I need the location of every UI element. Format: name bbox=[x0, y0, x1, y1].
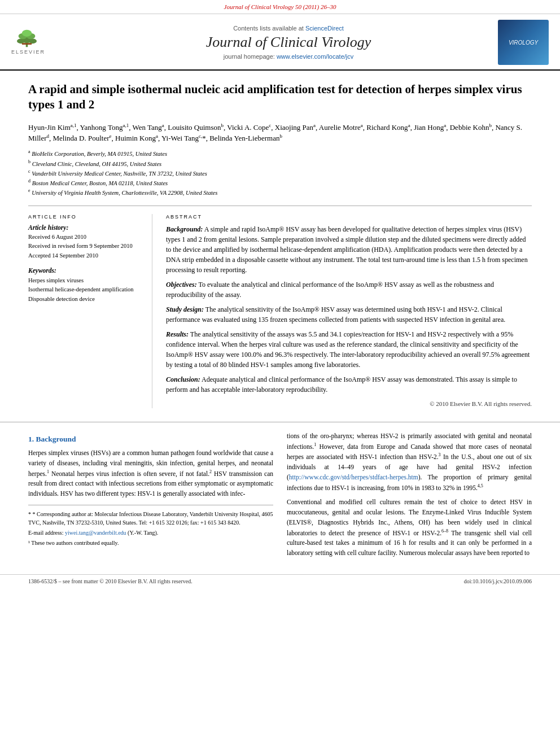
journal-ref-text: Journal of Clinical Virology 50 (2011) 2… bbox=[224, 3, 336, 10]
abstract-column: ABSTRACT Background: A simple and rapid … bbox=[166, 214, 532, 409]
abstract-background: Background: A simple and rapid IsoAmp® H… bbox=[166, 224, 532, 275]
conclusion-text: Adequate analytical and clinical perform… bbox=[166, 375, 517, 394]
conclusion-label: Conclusion: bbox=[166, 375, 200, 383]
keyword-1: Herpes simplex viruses bbox=[28, 276, 143, 286]
body-left: 1. Background Herpes simplex viruses (HS… bbox=[28, 431, 273, 563]
abstract-objectives: Objectives: To evaluate the analytical a… bbox=[166, 279, 532, 300]
paper-title: A rapid and simple isothermal nucleic ac… bbox=[28, 82, 532, 113]
affiliation-e: e University of Virginia Health System, … bbox=[28, 187, 532, 197]
equal-contribution-note: ¹ These two authors contributed equally. bbox=[28, 539, 273, 547]
section1-para3-right: Conventional and modified cell cultures … bbox=[287, 497, 532, 558]
copyright-line: © 2010 Elsevier B.V. All rights reserved… bbox=[166, 399, 532, 409]
homepage-link[interactable]: www.elsevier.com/locate/jcv bbox=[277, 53, 353, 60]
article-info-abstract: ARTICLE INFO Article history: Received 6… bbox=[28, 214, 532, 409]
affiliations: a BioHelix Corporation, Beverly, MA 0191… bbox=[28, 148, 532, 197]
abstract-section: Background: A simple and rapid IsoAmp® H… bbox=[166, 224, 532, 409]
section1-para1: Herpes simplex viruses (HSVs) are a comm… bbox=[28, 448, 273, 499]
svg-point-2 bbox=[17, 38, 25, 43]
journal-reference-bar: Journal of Clinical Virology 50 (2011) 2… bbox=[0, 0, 560, 14]
authors-line: Hyun-Jin Kima,1, Yanhong Tonga,1, Wen Ta… bbox=[28, 122, 532, 145]
virology-badge: VIROLOGY bbox=[498, 20, 549, 65]
keywords-title: Keywords: bbox=[28, 267, 143, 274]
email-note: E-mail address: yiwei.tang@vanderbilt.ed… bbox=[28, 528, 273, 537]
publisher-logo: ELSEVIER bbox=[11, 28, 79, 56]
svg-rect-7 bbox=[22, 43, 32, 45]
article-info-label: ARTICLE INFO bbox=[28, 214, 143, 220]
footnotes: * * Corresponding author at: Molecular I… bbox=[28, 505, 273, 547]
footer: 1386-6532/$ – see front matter © 2010 El… bbox=[0, 574, 560, 588]
results-label: Results: bbox=[166, 330, 189, 338]
keywords-list: Herpes simplex viruses Isothermal helica… bbox=[28, 276, 143, 304]
body-right: tions of the oro-pharynx; whereas HSV-2 … bbox=[287, 431, 532, 563]
journal-banner: ELSEVIER Contents lists available at Sci… bbox=[0, 14, 560, 71]
abstract-results: Results: The analytical sensitivity of t… bbox=[166, 329, 532, 370]
article-history-title: Article history: bbox=[28, 224, 143, 231]
svg-point-3 bbox=[29, 38, 37, 43]
objectives-label: Objectives: bbox=[166, 281, 197, 289]
section1-heading: 1. Background bbox=[28, 435, 273, 444]
abstract-study-design: Study design: The analytical sensitivity… bbox=[166, 304, 532, 325]
sciencedirect-line: Contents lists available at ScienceDirec… bbox=[79, 25, 498, 32]
paper-container: A rapid and simple isothermal nucleic ac… bbox=[0, 71, 560, 420]
elsevier-logo-container: ELSEVIER bbox=[11, 28, 62, 56]
divider-1 bbox=[28, 206, 532, 206]
abstract-label: ABSTRACT bbox=[166, 214, 532, 220]
elsevier-label: ELSEVIER bbox=[11, 49, 45, 55]
article-history: Article history: Received 6 August 2010 … bbox=[28, 224, 143, 260]
sciencedirect-link[interactable]: ScienceDirect bbox=[305, 25, 344, 32]
study-design-label: Study design: bbox=[166, 305, 204, 313]
affiliation-c: c Vanderbilt University Medical Center, … bbox=[28, 168, 532, 178]
article-info-column: ARTICLE INFO Article history: Received 6… bbox=[28, 214, 152, 409]
cdc-link[interactable]: http://www.cdc.gov/std/herpes/stdfact-he… bbox=[289, 474, 418, 480]
elsevier-tree-icon bbox=[11, 28, 42, 48]
affiliation-a: a BioHelix Corporation, Beverly, MA 0191… bbox=[28, 148, 532, 158]
email-link[interactable]: yiwei.tang@vanderbilt.edu bbox=[65, 530, 126, 536]
issn-text: 1386-6532/$ – see front matter © 2010 El… bbox=[28, 578, 193, 584]
keywords-section: Keywords: Herpes simplex viruses Isother… bbox=[28, 267, 143, 304]
journal-title: Journal of Clinical Virology bbox=[79, 34, 498, 51]
accepted-date: Accepted 14 September 2010 bbox=[28, 252, 143, 260]
abstract-conclusion: Conclusion: Adequate analytical and clin… bbox=[166, 374, 532, 395]
svg-point-6 bbox=[22, 30, 32, 37]
keyword-3: Disposable detection device bbox=[28, 295, 143, 304]
main-body: 1. Background Herpes simplex viruses (HS… bbox=[0, 422, 560, 574]
results-text: The analytical sensitivity of the assays… bbox=[166, 330, 530, 369]
received-date: Received 6 August 2010 bbox=[28, 233, 143, 242]
doi-text: doi:10.1016/j.jcv.2010.09.006 bbox=[464, 578, 532, 584]
background-label: Background: bbox=[166, 225, 203, 233]
affiliation-d: d Boston Medical Center, Boston, MA 0211… bbox=[28, 178, 532, 187]
keyword-2: Isothermal helicase-dependent amplificat… bbox=[28, 285, 143, 295]
affiliation-b: b Cleveland Clinic, Cleveland, OH 44195,… bbox=[28, 159, 532, 168]
journal-title-area: Contents lists available at ScienceDirec… bbox=[79, 25, 498, 60]
background-text: A simple and rapid IsoAmp® HSV assay has… bbox=[166, 225, 528, 274]
study-design-text: The analytical sensitivity of the IsoAmp… bbox=[166, 305, 505, 324]
section1-para2-right: tions of the oro-pharynx; whereas HSV-2 … bbox=[287, 431, 532, 493]
objectives-text: To evaluate the analytical and clinical … bbox=[166, 281, 494, 299]
corresponding-author-note: * * Corresponding author at: Molecular I… bbox=[28, 510, 273, 527]
journal-homepage: journal homepage: www.elsevier.com/locat… bbox=[79, 53, 498, 60]
revised-date: Received in revised form 9 September 201… bbox=[28, 242, 143, 251]
